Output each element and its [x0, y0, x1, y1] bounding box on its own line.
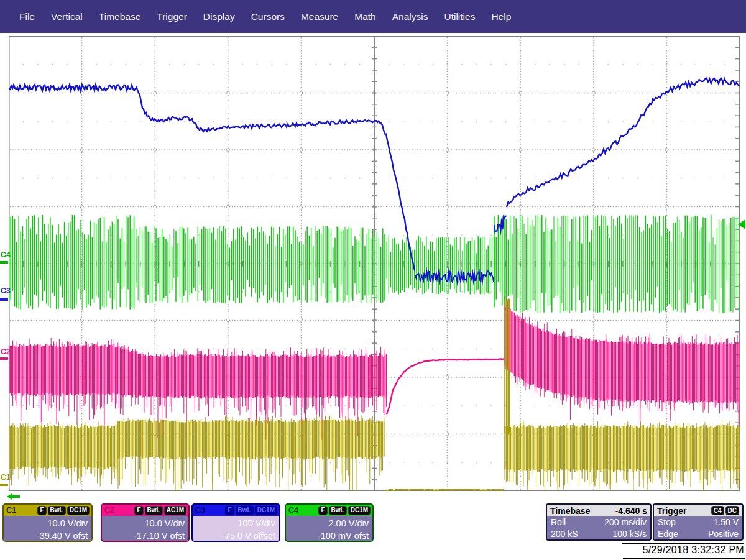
trigger-type: Edge — [658, 528, 678, 540]
channel-zero-tick-c4[interactable] — [0, 261, 8, 264]
bandwidth-badge: BwL — [329, 506, 347, 515]
menu-item-math[interactable]: Math — [346, 11, 384, 22]
bandwidth-badge: BwL — [48, 506, 66, 515]
channel-zero-tick-c2[interactable] — [0, 357, 8, 360]
trigger-box[interactable]: Trigger C4 DC Stop 1.50 V Edge Positive — [653, 503, 744, 541]
timestamp-rule-bottom — [623, 558, 745, 559]
channel-zero-tick-c1[interactable] — [0, 484, 8, 486]
trigger-coupling-badge: DC — [725, 506, 739, 515]
timebase-title: Timebase — [550, 506, 590, 516]
menu-item-help[interactable]: Help — [483, 11, 519, 22]
channel-id: C4 — [288, 506, 298, 515]
channel-zero-label-c1[interactable]: C1 — [1, 474, 11, 482]
menu-item-measure[interactable]: Measure — [293, 11, 346, 22]
channel-box-c3-header: C3 F BwL DC1M — [193, 505, 279, 516]
channel-box-c3[interactable]: C3 F BwL DC1M 100 V/div -75.0 V offset — [191, 503, 280, 542]
filter-badge: F — [134, 506, 143, 515]
filter-badge: F — [318, 506, 327, 515]
volts-per-div: 100 V/div — [193, 517, 275, 530]
channel-zero-label-c4[interactable]: C4 — [1, 251, 11, 259]
channel-offset: -39.40 V ofst — [4, 530, 88, 542]
trigger-level-marker-icon[interactable] — [737, 219, 746, 230]
channel-id: C2 — [104, 506, 114, 515]
trigger-level: 1.50 V — [714, 516, 739, 528]
menu-item-cursors[interactable]: Cursors — [243, 11, 293, 22]
channel-id: C1 — [6, 506, 16, 515]
coupling-badge: DC1M — [67, 506, 90, 515]
waveform-grid — [9, 36, 740, 491]
menu-item-utilities[interactable]: Utilities — [436, 11, 483, 22]
timebase-scale: 200 ms/div — [604, 516, 647, 528]
volts-per-div: 10.0 V/div — [102, 517, 185, 530]
menu-item-vertical[interactable]: Vertical — [43, 11, 91, 22]
menu-item-file[interactable]: File — [11, 11, 43, 22]
channel-offset: -100 mV ofst — [286, 530, 369, 542]
trigger-slope: Positive — [708, 528, 739, 540]
channel-box-c4[interactable]: C4 F BwL DC1M 2.00 V/div -100 mV ofst — [285, 503, 374, 542]
coupling-badge: DC1M — [348, 506, 371, 515]
menu-item-display[interactable]: Display — [195, 11, 243, 22]
timebase-box[interactable]: Timebase -4.640 s Roll 200 ms/div 200 kS… — [546, 503, 652, 541]
coupling-badge: AC1M — [164, 506, 186, 515]
channel-box-c2[interactable]: C2 F BwL AC1M 10.0 V/div -17.10 V ofst — [101, 503, 190, 542]
volts-per-div: 2.00 V/div — [286, 517, 369, 530]
bandwidth-badge: BwL — [236, 506, 254, 515]
filter-badge: F — [37, 506, 46, 515]
menu-item-analysis[interactable]: Analysis — [384, 11, 436, 22]
menu-item-timebase[interactable]: Timebase — [91, 11, 149, 22]
channel-box-c1-header: C1 F BwL DC1M — [4, 505, 91, 516]
channel-box-c2-header: C2 F BwL AC1M — [102, 505, 188, 516]
timebase-samples: 200 kS — [551, 528, 578, 540]
channel-offset: -17.10 V ofst — [102, 530, 185, 542]
timestamp: 5/29/2018 3:32:32 PM — [558, 544, 744, 556]
channel-zero-tick-c3[interactable] — [0, 298, 8, 301]
trigger-title: Trigger — [657, 506, 686, 516]
channel-zero-label-c3[interactable]: C3 — [1, 287, 11, 295]
timebase-mode: Roll — [551, 516, 566, 528]
channel-box-c4-header: C4 F BwL DC1M — [286, 505, 372, 516]
timebase-rate: 100 kS/s — [613, 528, 647, 540]
volts-per-div: 10.0 V/div — [4, 517, 88, 530]
trigger-mode: Stop — [658, 516, 676, 528]
menu-bar: File Vertical Timebase Trigger Display C… — [0, 0, 746, 33]
scope-canvas — [9, 36, 740, 491]
channel-box-c1[interactable]: C1 F BwL DC1M 10.0 V/div -39.40 V ofst — [2, 503, 93, 542]
trigger-time-marker-icon[interactable] — [6, 492, 21, 501]
channel-zero-label-c2[interactable]: C2 — [1, 348, 11, 356]
channel-offset: -75.0 V offset — [193, 530, 275, 542]
channel-id: C3 — [195, 506, 205, 515]
trigger-source-badge: C4 — [711, 506, 724, 515]
menu-item-trigger[interactable]: Trigger — [149, 11, 195, 22]
bandwidth-badge: BwL — [145, 506, 163, 515]
timebase-delay: -4.640 s — [615, 506, 647, 516]
coupling-badge: DC1M — [255, 506, 277, 515]
filter-badge: F — [225, 506, 234, 515]
